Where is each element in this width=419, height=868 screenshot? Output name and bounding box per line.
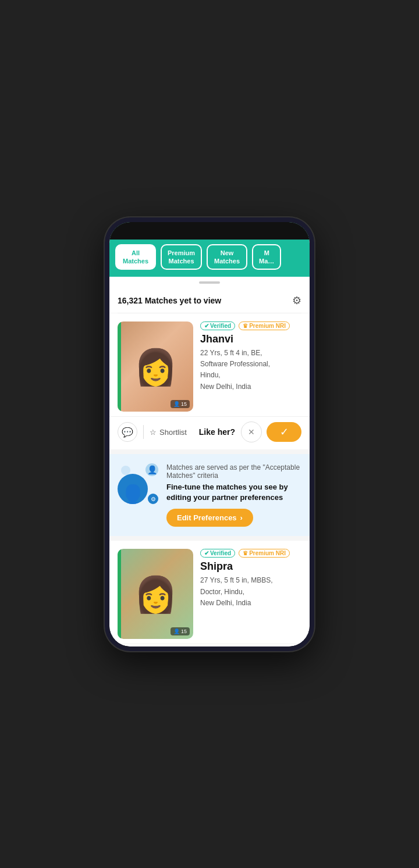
photo-count-shipra: 👤 15 — [171, 627, 190, 635]
matches-count: 16,321 Matches yet to view — [118, 296, 221, 305]
profile-details-shipra: 27 Yrs, 5 ft 5 in, MBBS,Doctor, Hindu,Ne… — [200, 575, 301, 609]
tab-more-matches[interactable]: MMa… — [252, 244, 281, 270]
profile-card-jhanvi: 👤 15 ✔ Verified ♛ Premium NR — [109, 313, 310, 449]
scroll-area[interactable]: 16,321 Matches yet to view ⚙ 👤 15 — [109, 277, 310, 646]
matches-header: 16,321 Matches yet to view ⚙ — [109, 288, 310, 313]
reject-button-jhanvi[interactable]: ✕ — [241, 422, 262, 442]
banner-title: Fine-tune the matches you see by editing… — [166, 482, 301, 503]
crown-icon-shipra: ♛ — [243, 550, 248, 556]
profile-details-jhanvi: 22 Yrs, 5 ft 4 in, BE,Software Professio… — [200, 348, 301, 392]
profile-info-shipra: ✔ Verified ♛ Premium NRI Shipra 27 Yrs, … — [200, 549, 301, 639]
avatar-main: 👤 — [118, 474, 148, 504]
profile-content-shipra: 👤 15 ✔ Verified ♛ Premium NR — [109, 541, 310, 644]
badges-jhanvi: ✔ Verified ♛ Premium NRI — [200, 322, 301, 330]
battery-icon: ▮ — [297, 228, 300, 235]
status-time: 12:30 — [119, 228, 137, 236]
profile-photo-shipra[interactable]: 👤 15 — [118, 549, 193, 639]
action-bar-shipra: 💬 ☆ Shortlist Like her? ✕ ✓ — [109, 644, 310, 646]
sliders-icon: ⚙ — [151, 496, 156, 502]
premium-badge-jhanvi: ♛ Premium NRI — [239, 322, 290, 330]
verified-badge-shipra: ✔ Verified — [200, 549, 235, 558]
banner-text: Matches are served as per the "Acceptabl… — [166, 463, 301, 527]
shortlist-button-jhanvi[interactable]: ☆ Shortlist — [150, 428, 187, 437]
banner-subtitle: Matches are served as per the "Acceptabl… — [166, 463, 301, 480]
green-bar-jhanvi — [118, 322, 121, 412]
info-banner: 👤 👤 ⚙ Matches are served as per the "Acc… — [109, 454, 310, 536]
avatar-person-icon: 👤 — [120, 485, 146, 504]
notch — [203, 226, 216, 230]
crown-icon-jhanvi: ♛ — [243, 323, 248, 329]
profile-info-jhanvi: ✔ Verified ♛ Premium NRI Jhanvi 22 Yrs, … — [200, 322, 301, 412]
tab-premium-matches[interactable]: PremiumMatches — [161, 244, 202, 270]
green-bar-shipra — [118, 549, 121, 639]
photo-icon-jhanvi: 👤 — [173, 401, 180, 407]
action-bar-jhanvi: 💬 ☆ Shortlist Like her? ✕ ✓ — [109, 416, 310, 449]
profile-name-shipra[interactable]: Shipra — [200, 560, 301, 573]
wifi-icon: ▾ — [281, 228, 284, 235]
filter-icon[interactable]: ⚙ — [292, 294, 301, 307]
accept-button-jhanvi[interactable]: ✓ — [267, 422, 301, 442]
tab-new-matches[interactable]: NewMatches — [207, 244, 247, 270]
tab-all-matches[interactable]: AllMatches — [115, 244, 156, 270]
chat-button-jhanvi[interactable]: 💬 — [118, 422, 137, 442]
avatar-small-1: 👤 — [145, 463, 158, 476]
profile-photo-jhanvi[interactable]: 👤 15 — [118, 322, 193, 412]
checkmark-icon-jhanvi: ✔ — [204, 323, 209, 329]
star-icon-jhanvi: ☆ — [150, 428, 157, 437]
signal-icon: ▲ — [287, 228, 293, 235]
profile-card-shipra: 👤 15 ✔ Verified ♛ Premium NR — [109, 541, 310, 646]
verified-badge-jhanvi: ✔ Verified — [200, 322, 235, 330]
photo-icon-shipra: 👤 — [173, 628, 180, 634]
premium-badge-shipra: ♛ Premium NRI — [239, 549, 290, 558]
header-tabs: AllMatches PremiumMatches NewMatches MMa… — [109, 240, 310, 277]
screen: 12:30 ▾ ▲ ▮ AllMatches PremiumMatches Ne… — [109, 222, 310, 646]
edit-preferences-button[interactable]: Edit Preferences › — [166, 509, 253, 527]
status-bar: 12:30 ▾ ▲ ▮ — [109, 222, 310, 240]
vert-divider-jhanvi — [143, 425, 144, 439]
status-icons: ▾ ▲ ▮ — [281, 228, 300, 235]
like-label-jhanvi: Like her? — [199, 427, 235, 437]
scroll-pill — [199, 281, 220, 284]
badges-shipra: ✔ Verified ♛ Premium NRI — [200, 549, 301, 558]
phone-frame: 12:30 ▾ ▲ ▮ AllMatches PremiumMatches Ne… — [105, 217, 314, 651]
settings-badge: ⚙ — [147, 492, 159, 505]
profile-name-jhanvi[interactable]: Jhanvi — [200, 333, 301, 345]
photo-count-jhanvi: 👤 15 — [171, 400, 190, 408]
profile-content-jhanvi: 👤 15 ✔ Verified ♛ Premium NR — [109, 313, 310, 416]
scroll-indicator — [109, 277, 310, 288]
checkmark-icon-shipra: ✔ — [204, 550, 209, 556]
banner-icon-area: 👤 👤 ⚙ — [118, 463, 158, 504]
